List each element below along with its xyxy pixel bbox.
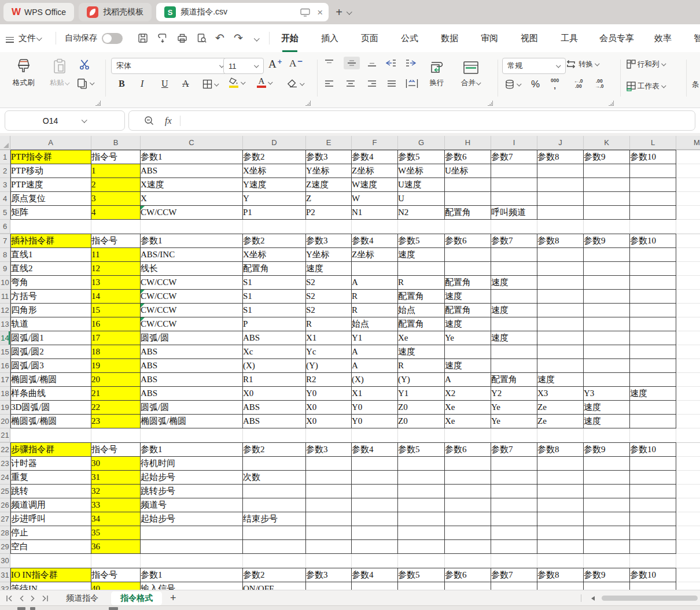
column-header-D[interactable]: D	[243, 136, 306, 150]
cell[interactable]	[537, 498, 584, 512]
cell[interactable]	[445, 345, 491, 359]
cell[interactable]	[584, 512, 630, 526]
cell[interactable]	[584, 304, 630, 317]
cell[interactable]: R	[352, 304, 398, 317]
cell[interactable]	[445, 192, 491, 206]
row-header-25[interactable]: 25	[0, 485, 10, 498]
cell[interactable]: S2	[306, 290, 352, 304]
select-all-corner[interactable]	[0, 136, 10, 150]
row-header-18[interactable]: 18	[0, 387, 10, 401]
cell[interactable]: 结束步号	[243, 512, 306, 526]
cell[interactable]: R	[398, 276, 445, 290]
cell[interactable]	[243, 428, 306, 442]
cell[interactable]	[676, 415, 700, 428]
cell[interactable]: W速度	[352, 178, 398, 192]
cell[interactable]: Y1	[398, 387, 445, 401]
cell[interactable]	[537, 304, 584, 317]
cell[interactable]: S1	[243, 276, 306, 290]
cell[interactable]	[243, 498, 306, 512]
name-box[interactable]: O14	[5, 110, 125, 131]
print-preview-icon[interactable]	[197, 33, 207, 43]
cell[interactable]: 参数5	[398, 568, 445, 582]
cell[interactable]: 参数7	[491, 568, 537, 582]
cell[interactable]	[537, 262, 584, 276]
font-size-select[interactable]: 11	[223, 58, 264, 74]
cell[interactable]	[352, 485, 398, 498]
cell[interactable]: 指令号	[91, 234, 141, 248]
cell[interactable]	[537, 192, 584, 206]
cell[interactable]: 速度	[445, 290, 491, 304]
cell[interactable]: ABS	[141, 373, 243, 387]
close-tab-icon[interactable]: ×	[317, 8, 323, 17]
cell[interactable]	[445, 471, 491, 485]
cell[interactable]	[537, 428, 584, 442]
cell[interactable]: Xc	[243, 345, 306, 359]
row-header-9[interactable]: 9	[0, 262, 10, 276]
cell[interactable]: 速度	[445, 317, 491, 331]
cell[interactable]	[398, 457, 445, 471]
cell[interactable]: CW/CCW	[141, 317, 243, 331]
cell[interactable]: Z	[306, 192, 352, 206]
cell[interactable]: 配置角	[398, 317, 445, 331]
cell[interactable]: Y3	[584, 387, 630, 401]
cell[interactable]: Y坐标	[306, 164, 352, 178]
menu-item-3[interactable]: 页面	[361, 24, 378, 52]
cell[interactable]: 速度	[491, 276, 537, 290]
cell[interactable]	[537, 331, 584, 345]
cell[interactable]: 始点	[352, 317, 398, 331]
cell[interactable]	[584, 526, 630, 540]
zoom-out-icon[interactable]	[144, 116, 154, 126]
cell[interactable]: 始点	[398, 304, 445, 317]
cell[interactable]: 参数10	[630, 234, 676, 248]
row-header-3[interactable]: 3	[0, 178, 10, 192]
cell[interactable]	[537, 554, 584, 568]
cut-button[interactable]	[79, 59, 90, 71]
cell[interactable]: PTP移动	[10, 164, 91, 178]
cell[interactable]	[91, 428, 141, 442]
new-tab-button[interactable]: +	[336, 6, 352, 19]
cell[interactable]	[676, 457, 700, 471]
cell[interactable]	[537, 248, 584, 262]
cell[interactable]	[352, 471, 398, 485]
decrease-indent-button[interactable]	[385, 59, 397, 67]
cell[interactable]	[491, 526, 537, 540]
cell[interactable]: S2	[306, 276, 352, 290]
thousands-separator-button[interactable]: 000 ,	[551, 78, 559, 90]
cell[interactable]: 空白	[10, 540, 91, 554]
cell[interactable]: 1	[91, 164, 141, 178]
cell[interactable]: 圆弧/圆1	[10, 331, 91, 345]
rows-columns-button[interactable]: 行和列	[626, 59, 666, 69]
cell[interactable]	[630, 178, 676, 192]
cell[interactable]: A	[352, 359, 398, 373]
cell[interactable]: R	[352, 290, 398, 304]
cell[interactable]: 速度	[491, 304, 537, 317]
cell[interactable]: X速度	[141, 178, 243, 192]
column-header-K[interactable]: K	[584, 136, 630, 150]
cell[interactable]: 参数2	[243, 234, 306, 248]
cell[interactable]	[398, 428, 445, 442]
cell[interactable]	[630, 345, 676, 359]
cell[interactable]	[141, 554, 243, 568]
cell[interactable]: 31	[91, 471, 141, 485]
cell[interactable]	[398, 512, 445, 526]
cell[interactable]: 四角形	[10, 304, 91, 317]
row-header-6[interactable]: 6	[0, 220, 10, 234]
alignment-group-expander[interactable]	[488, 101, 493, 106]
menu-item-5[interactable]: 数据	[441, 24, 458, 52]
cell[interactable]	[306, 526, 352, 540]
cell[interactable]	[676, 485, 700, 498]
cell[interactable]	[398, 526, 445, 540]
cell[interactable]: X0	[306, 415, 352, 428]
cell[interactable]: Xe	[398, 331, 445, 345]
cell[interactable]: X	[141, 192, 243, 206]
cell[interactable]: 23	[91, 415, 141, 428]
cell[interactable]	[445, 178, 491, 192]
cell[interactable]	[491, 540, 537, 554]
font-group-expander[interactable]	[305, 101, 311, 106]
row-header-26[interactable]: 26	[0, 498, 10, 512]
cell[interactable]: ABS	[243, 331, 306, 345]
cell[interactable]	[445, 526, 491, 540]
row-header-11[interactable]: 11	[0, 290, 10, 304]
cell[interactable]: 参数7	[491, 442, 537, 457]
row-header-19[interactable]: 19	[0, 401, 10, 415]
